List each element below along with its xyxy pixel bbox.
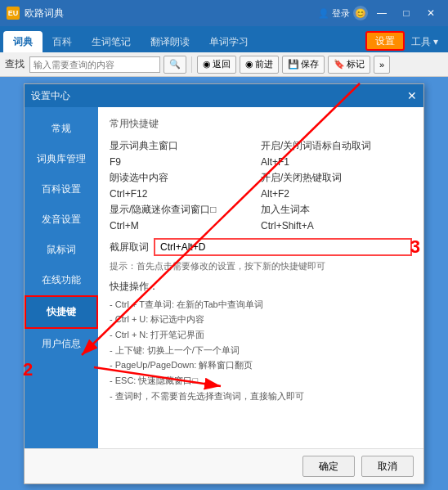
cancel-button[interactable]: 取消 <box>361 456 414 477</box>
separator-1 <box>191 56 192 73</box>
settings-button[interactable]: 设置 <box>365 31 405 51</box>
search-label: 查找 <box>5 57 25 71</box>
shortcut-row-4: Ctrl+F12 Alt+F2 <box>110 188 412 200</box>
confirm-button[interactable]: 确定 <box>302 456 355 477</box>
forward-icon: ◉ <box>245 59 253 70</box>
shortcut-desc-2: F9 <box>110 156 261 168</box>
shortcut-key-1: 开启/关闭词语标自动取词 <box>261 139 412 153</box>
shortcut-row-2: F9 Alt+F1 <box>110 156 412 168</box>
op-item-7: - 查词时，不需要首先选择查询词，直接输入即可 <box>110 389 412 404</box>
back-icon: ◉ <box>203 59 211 70</box>
op-item-3: - Ctrl + N: 打开笔记界面 <box>110 327 412 343</box>
sidebar-item-online[interactable]: 在线功能 <box>25 265 98 295</box>
tab-baike[interactable]: 百科 <box>43 31 82 52</box>
custom-shortcut-label: 截屏取词 <box>110 241 149 254</box>
sidebar: 常规 词典库管理 百科设置 发音设置 鼠标词 在线功能 快捷键 用户信息 <box>25 107 98 448</box>
custom-shortcut-row: 截屏取词 <box>110 238 412 256</box>
shortcut-key-2: Alt+F1 <box>261 156 412 168</box>
forward-button[interactable]: ◉ 前进 <box>240 56 279 74</box>
save-button[interactable]: 💾 保存 <box>282 56 325 74</box>
shortcut-desc-3: 朗读选中内容 <box>110 171 261 185</box>
tab-translate[interactable]: 翻译朗读 <box>141 31 199 52</box>
save-icon: 💾 <box>288 59 299 70</box>
ops-list: - Ctrl + T查单词: 在新的Tab中查询单词 - Ctrl + U: 标… <box>110 297 412 404</box>
dialog-close-button[interactable]: ✕ <box>407 90 417 101</box>
shortcut-row-6: Ctrl+M Ctrl+Shift+A <box>110 220 412 232</box>
back-button[interactable]: ◉ 返回 <box>197 56 236 74</box>
section-title: 常用快捷键 <box>110 117 412 131</box>
bookmark-icon: 🔖 <box>334 59 345 70</box>
dialog-content: 常用快捷键 显示词典主窗口 开启/关闭词语标自动取词 F9 Alt+F1 朗读选… <box>98 107 423 448</box>
tools-menu[interactable]: 工具 ▾ <box>405 31 445 52</box>
shortcut-key-3: 开启/关闭热键取词 <box>261 171 412 185</box>
sidebar-item-pronunciation[interactable]: 发音设置 <box>25 205 98 235</box>
shortcut-desc-1: 显示词典主窗口 <box>110 139 261 153</box>
title-bar: EU 欧路词典 👤 登录 😊 — □ ✕ <box>0 0 448 26</box>
ops-title: 快捷操作： <box>110 280 412 294</box>
sidebar-item-mouse[interactable]: 鼠标词 <box>25 235 98 265</box>
app-icon: EU <box>7 7 20 20</box>
op-item-6: - ESC: 快速隐藏窗口□ <box>110 373 412 389</box>
app-close-button[interactable]: ✕ <box>420 2 441 24</box>
op-item-4: - 上下键: 切换上一个/下一个单词 <box>110 343 412 358</box>
shortcut-key-6: Ctrl+Shift+A <box>261 220 412 232</box>
maximize-button[interactable]: □ <box>396 2 417 24</box>
app-icon-text: EU <box>8 9 19 17</box>
shortcut-row-3: 朗读选中内容 开启/关闭热键取词 <box>110 171 412 185</box>
bookmark-button[interactable]: 🔖 标记 <box>328 56 370 74</box>
custom-shortcut-section: 截屏取词 3 <box>110 238 412 256</box>
shortcut-desc-5: 显示/隐藏迷你查词窗口□ <box>110 203 261 217</box>
emoji-button[interactable]: 😊 <box>353 6 368 20</box>
dialog-body: 常规 词典库管理 百科设置 发音设置 鼠标词 在线功能 快捷键 用户信息 常用快… <box>25 107 423 448</box>
main-area: 设置中心 ✕ 常规 词典库管理 百科设置 发音设置 鼠标词 在线功能 快捷键 用… <box>0 77 448 490</box>
minimize-button[interactable]: — <box>371 2 392 24</box>
hint-text: 提示：首先点击需要修改的设置，按下新的快捷键即可 <box>110 259 412 273</box>
tab-study[interactable]: 单词学习 <box>199 31 258 52</box>
sidebar-item-dict[interactable]: 词典库管理 <box>25 144 98 174</box>
shortcut-key-5: 加入生词本 <box>261 203 412 217</box>
settings-dialog: 设置中心 ✕ 常规 词典库管理 百科设置 发音设置 鼠标词 在线功能 快捷键 用… <box>24 83 424 484</box>
dialog-footer: 确定 取消 <box>25 448 423 483</box>
op-item-1: - Ctrl + T查单词: 在新的Tab中查询单词 <box>110 297 412 312</box>
login-button[interactable]: 👤 登录 <box>318 7 350 20</box>
toolbar: 查找 🔍 ◉ 返回 ◉ 前进 💾 保存 🔖 标记 » <box>0 52 448 77</box>
search-button[interactable]: 🔍 <box>164 56 186 74</box>
more-button[interactable]: » <box>374 56 390 74</box>
nav-tabs: 词典 百科 生词笔记 翻译朗读 单词学习 设置 工具 ▾ <box>0 26 448 52</box>
dialog-title-bar: 设置中心 ✕ <box>25 84 423 107</box>
op-item-5: - PageUp/PageDown: 解释窗口翻页 <box>110 357 412 373</box>
shortcut-key-4: Alt+F2 <box>261 188 412 200</box>
sidebar-item-baike[interactable]: 百科设置 <box>25 174 98 205</box>
tab-notes[interactable]: 生词笔记 <box>82 31 141 52</box>
op-item-2: - Ctrl + U: 标记选中内容 <box>110 312 412 327</box>
dialog-title: 设置中心 <box>31 89 407 103</box>
sidebar-item-hotkey[interactable]: 快捷键 <box>25 295 98 329</box>
search-input[interactable] <box>29 56 160 73</box>
sidebar-item-general[interactable]: 常规 <box>25 114 98 144</box>
shortcut-table: 显示词典主窗口 开启/关闭词语标自动取词 F9 Alt+F1 朗读选中内容 开启… <box>110 139 412 232</box>
shortcut-desc-6: Ctrl+M <box>110 220 261 232</box>
shortcut-desc-4: Ctrl+F12 <box>110 188 261 200</box>
app-title: 欧路词典 <box>25 7 318 20</box>
shortcut-row-5: 显示/隐藏迷你查词窗口□ 加入生词本 <box>110 203 412 217</box>
sidebar-item-user[interactable]: 用户信息 <box>25 329 98 359</box>
custom-shortcut-input[interactable] <box>154 238 412 256</box>
shortcut-row-1: 显示词典主窗口 开启/关闭词语标自动取词 <box>110 139 412 153</box>
title-controls: 👤 登录 😊 — □ ✕ <box>318 2 441 24</box>
tab-dict[interactable]: 词典 <box>3 31 43 52</box>
